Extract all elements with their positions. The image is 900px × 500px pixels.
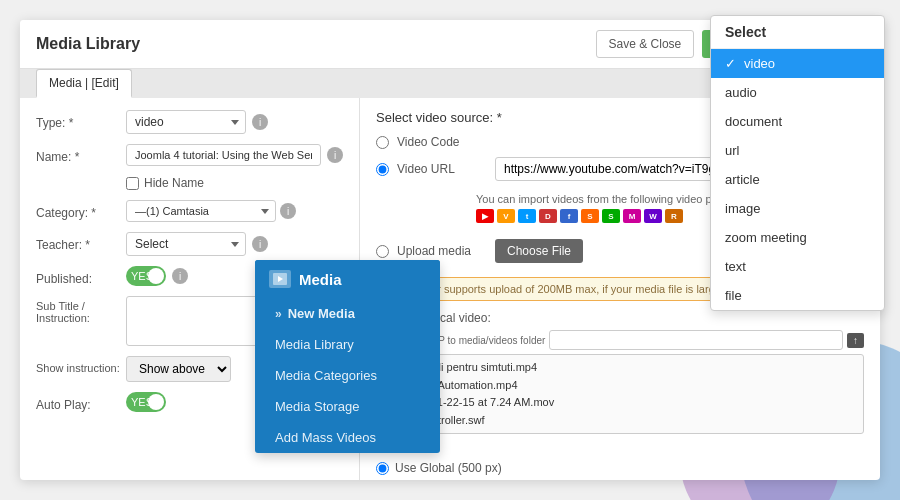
- hide-name-checkbox[interactable]: [126, 177, 139, 190]
- category-label: Category: *: [36, 200, 126, 220]
- category-info-icon[interactable]: i: [280, 203, 296, 219]
- provider-icon-fb: f: [560, 209, 578, 223]
- upload-media-radio[interactable]: [376, 245, 389, 258]
- sidebar-header-label: Media: [299, 271, 342, 288]
- arrow-icon: »: [275, 307, 282, 321]
- name-row: Name: * i: [36, 144, 343, 166]
- ftp-row: Upload via FTP to media/videos folder ↑: [376, 330, 864, 350]
- hide-name-checkbox-label[interactable]: Hide Name: [126, 176, 343, 190]
- video-code-radio[interactable]: [376, 136, 389, 149]
- subtitle-label: Sub Title / Instruction:: [36, 296, 126, 324]
- dropdown-header: Select: [711, 16, 884, 49]
- sidebar-item-label-media-categories: Media Categories: [275, 368, 377, 383]
- teacher-row: Teacher: * Select i: [36, 232, 343, 256]
- sidebar-item-add-mass-videos[interactable]: Add Mass Videos: [255, 422, 440, 453]
- teacher-info-icon[interactable]: i: [252, 236, 268, 252]
- published-label: Published:: [36, 266, 126, 286]
- media-icon-svg: [273, 273, 287, 285]
- provider-icon-sc: S: [581, 209, 599, 223]
- dropdown-item-label-file: file: [725, 288, 742, 303]
- size-label: Size:: [376, 442, 864, 456]
- sidebar-item-label-media-library: Media Library: [275, 337, 354, 352]
- sidebar-item-label-add-mass-videos: Add Mass Videos: [275, 430, 376, 445]
- dropdown-item-label-video: video: [744, 56, 775, 71]
- upload-media-label: Upload media: [397, 244, 487, 258]
- hide-name-text: Hide Name: [144, 176, 204, 190]
- dropdown-item-image[interactable]: image: [711, 194, 884, 223]
- autoplay-toggle[interactable]: YES: [126, 392, 166, 412]
- sidebar-media-icon: [269, 270, 291, 288]
- name-input[interactable]: [126, 144, 321, 166]
- sidebar-item-media-library[interactable]: Media Library: [255, 329, 440, 360]
- size-use-global-row: Use Global (500 px): [376, 461, 864, 475]
- teacher-select[interactable]: Select: [126, 232, 246, 256]
- category-row: Category: * —(1) Camtasia i: [36, 200, 343, 222]
- dropdown-item-file[interactable]: file: [711, 281, 884, 310]
- type-control: video i: [126, 110, 343, 134]
- page-title: Media Library: [36, 35, 140, 53]
- dropdown-item-label-image: image: [725, 201, 760, 216]
- dropdown-item-label-audio: audio: [725, 85, 757, 100]
- name-info-icon[interactable]: i: [327, 147, 343, 163]
- dropdown-item-label-article: article: [725, 172, 760, 187]
- published-info-icon[interactable]: i: [172, 268, 188, 284]
- type-label: Type: *: [36, 110, 126, 130]
- file-item-4: promo_controller.swf: [383, 412, 857, 430]
- category-select[interactable]: —(1) Camtasia: [126, 200, 276, 222]
- name-control: i: [126, 144, 343, 166]
- dropdown-item-url[interactable]: url: [711, 136, 884, 165]
- published-toggle[interactable]: YES: [126, 266, 166, 286]
- provider-icon-yt: ▶: [476, 209, 494, 223]
- category-select-row: —(1) Camtasia i: [126, 200, 296, 222]
- provider-icon-vm: V: [497, 209, 515, 223]
- sidebar-item-media-categories[interactable]: Media Categories: [255, 360, 440, 391]
- show-instruction-select[interactable]: Show above: [126, 356, 231, 382]
- provider-icon-mt: M: [623, 209, 641, 223]
- type-info-icon[interactable]: i: [252, 114, 268, 130]
- dropdown-item-audio[interactable]: audio: [711, 78, 884, 107]
- file-item-3: Movie on 11-22-15 at 7.24 AM.mov: [383, 394, 857, 412]
- published-toggle-label: YES: [126, 270, 153, 282]
- check-icon: ✓: [725, 56, 736, 71]
- sidebar-item-label-new-media: New Media: [288, 306, 355, 321]
- local-video-left: Upload via FTP to media/videos folder ↑ …: [376, 330, 864, 434]
- size-use-global-radio[interactable]: [376, 462, 389, 475]
- sidebar-item-label-media-storage: Media Storage: [275, 399, 360, 414]
- teacher-control: Select i: [126, 232, 343, 256]
- video-code-label: Video Code: [397, 135, 487, 149]
- file-item-2: JomSocial-Automation.mp4: [383, 377, 857, 395]
- provider-icon-rt: R: [665, 209, 683, 223]
- type-dropdown: Select ✓ video audio document url articl…: [710, 15, 885, 311]
- local-video-label: Choose a local video:: [376, 311, 864, 325]
- sidebar-item-media-storage[interactable]: Media Storage: [255, 391, 440, 422]
- provider-icon-wv: W: [644, 209, 662, 223]
- file-list[interactable]: FIVE Stimuli pentru simtuti.mp4 JomSocia…: [376, 354, 864, 434]
- video-url-radio[interactable]: [376, 163, 389, 176]
- sidebar-item-new-media[interactable]: » New Media: [255, 298, 440, 329]
- dropdown-item-label-url: url: [725, 143, 739, 158]
- dropdown-item-video[interactable]: ✓ video: [711, 49, 884, 78]
- choose-file-button[interactable]: Choose File: [495, 239, 583, 263]
- sidebar-menu-header: Media: [255, 260, 440, 298]
- tab-media-edit[interactable]: Media | [Edit]: [36, 69, 132, 98]
- name-label: Name: *: [36, 144, 126, 164]
- dropdown-item-text[interactable]: text: [711, 252, 884, 281]
- teacher-label: Teacher: *: [36, 232, 126, 252]
- dropdown-item-label-zoom-meeting: zoom meeting: [725, 230, 807, 245]
- hide-name-wrap: Hide Name: [36, 176, 343, 190]
- size-section: Size: Use Global (500 px) px (Height): [376, 442, 864, 480]
- provider-icon-sp: S: [602, 209, 620, 223]
- show-instruction-label: Show instruction:: [36, 356, 126, 374]
- dropdown-item-zoom-meeting[interactable]: zoom meeting: [711, 223, 884, 252]
- ftp-input[interactable]: [549, 330, 843, 350]
- save-close-button[interactable]: Save & Close: [596, 30, 695, 58]
- video-url-label: Video URL: [397, 162, 487, 176]
- dropdown-item-article[interactable]: article: [711, 165, 884, 194]
- autoplay-toggle-label: YES: [126, 396, 153, 408]
- dropdown-item-document[interactable]: document: [711, 107, 884, 136]
- local-video-section: Choose a local video: Upload via FTP to …: [376, 311, 864, 434]
- provider-icon-tw: t: [518, 209, 536, 223]
- autoplay-label: Auto Play:: [36, 392, 126, 412]
- type-select[interactable]: video: [126, 110, 246, 134]
- ftp-upload-button[interactable]: ↑: [847, 333, 864, 348]
